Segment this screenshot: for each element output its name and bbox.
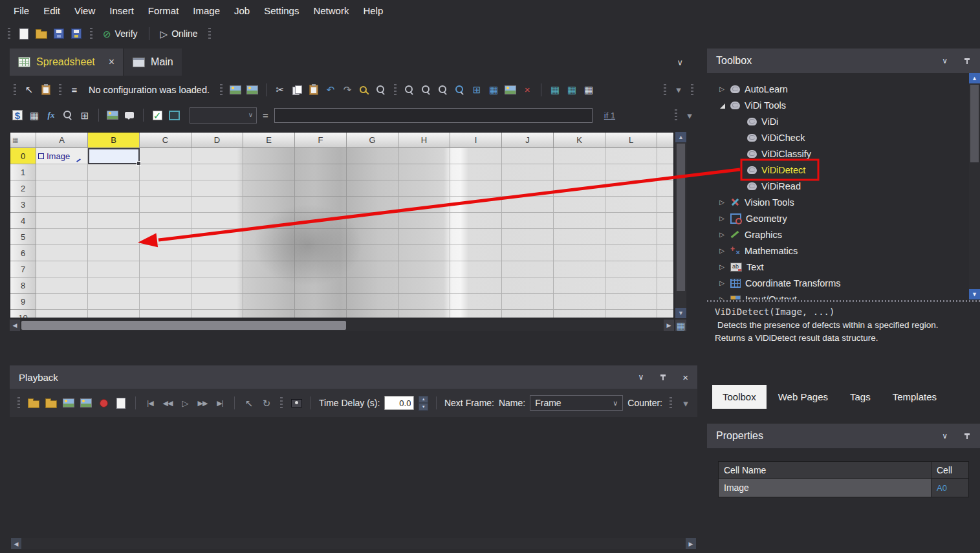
cell-k9[interactable]	[554, 294, 605, 310]
cell-k10[interactable]	[554, 310, 605, 318]
toolbox-item-mathematics[interactable]: ▷Mathematics	[707, 243, 980, 259]
image-cell-icon[interactable]	[107, 111, 118, 120]
panel-tab-web-pages[interactable]: Web Pages	[768, 385, 838, 409]
cell-f1[interactable]	[295, 164, 347, 180]
cell-h2[interactable]	[398, 180, 450, 197]
find-icon[interactable]	[376, 85, 386, 95]
toolbar-grip[interactable]	[394, 84, 397, 96]
menu-item-view[interactable]: View	[67, 0, 102, 21]
column-header-d[interactable]: D	[191, 133, 243, 148]
cell-g10[interactable]	[347, 310, 398, 318]
copy-icon[interactable]	[292, 85, 302, 94]
row-header-6[interactable]: 6	[10, 245, 36, 261]
toolbar-grip[interactable]	[691, 84, 693, 96]
verify-button[interactable]: ⊘ Verify	[100, 27, 141, 40]
toolbar-grip[interactable]	[670, 397, 672, 409]
scroll-down-icon[interactable]: ▼	[969, 289, 980, 299]
cell-b1[interactable]	[88, 164, 140, 180]
toolbar-overflow-icon[interactable]: ▾	[679, 396, 692, 409]
cascade-windows-icon[interactable]: ▦	[487, 83, 500, 96]
cell-l5[interactable]	[605, 229, 657, 245]
cell-k3[interactable]	[554, 197, 605, 213]
skip-first-icon[interactable]: |◀	[144, 396, 157, 409]
pin-icon[interactable]	[963, 56, 971, 65]
cell-l8[interactable]	[605, 277, 657, 294]
row-header-9[interactable]: 9	[10, 294, 36, 310]
cell-f8[interactable]	[295, 277, 347, 294]
scrollbar-thumb[interactable]	[677, 144, 685, 291]
cell-d7[interactable]	[191, 261, 243, 277]
cell-k7[interactable]	[554, 261, 605, 277]
panel-menu-chevron-icon[interactable]: ∨	[942, 57, 948, 65]
undo-icon[interactable]: ↶	[324, 83, 337, 96]
zoom-in-icon[interactable]	[404, 85, 415, 95]
menu-item-job[interactable]: Job	[227, 0, 257, 21]
cell-a3[interactable]	[36, 197, 88, 213]
cell-c7[interactable]	[140, 261, 191, 277]
column-header-partial[interactable]	[657, 133, 674, 148]
toolbox-item-text[interactable]: ▷Text	[707, 259, 980, 275]
insert-column-icon[interactable]: ▦	[549, 83, 561, 96]
cell-h10[interactable]	[398, 310, 450, 318]
expander-icon[interactable]: ▷	[718, 279, 726, 287]
zoom-actual-icon[interactable]	[438, 85, 448, 95]
toolbox-item-vididetect[interactable]: ViDiDetect	[707, 162, 980, 178]
scroll-up-icon[interactable]: ▲	[675, 132, 686, 142]
menu-item-help[interactable]: Help	[356, 0, 390, 21]
cell-d10[interactable]	[191, 310, 243, 318]
cell-h3[interactable]	[398, 197, 450, 213]
cell-i7[interactable]	[450, 261, 502, 277]
cell-i9[interactable]	[450, 294, 502, 310]
time-delay-input[interactable]	[384, 396, 414, 410]
cell-b2[interactable]	[88, 180, 140, 197]
toolbar-grip[interactable]	[664, 84, 666, 96]
scroll-right-icon[interactable]: ▶	[686, 538, 696, 549]
column-header-h[interactable]: H	[398, 133, 450, 148]
cell-b9[interactable]	[88, 294, 140, 310]
expander-icon[interactable]: ▷	[718, 263, 726, 271]
cell-e0[interactable]	[243, 148, 295, 164]
toolbox-item-vidiclassify[interactable]: ViDiClassify	[707, 146, 980, 162]
expander-icon[interactable]: ▷	[718, 247, 726, 255]
cell-i4[interactable]	[450, 213, 502, 229]
row-header-0[interactable]: 0	[10, 148, 36, 164]
playback-scrollbar[interactable]: ◀ ▶	[11, 538, 696, 549]
scroll-left-icon[interactable]: ◀	[11, 538, 21, 549]
cell-e7[interactable]	[243, 261, 295, 277]
formula-bar-input[interactable]	[274, 108, 593, 123]
cell-f4[interactable]	[295, 213, 347, 229]
zoom-region-icon[interactable]	[455, 85, 465, 95]
cell-b7[interactable]	[88, 261, 140, 277]
cell-l9[interactable]	[605, 294, 657, 310]
cell-e5[interactable]	[243, 229, 295, 245]
cell-l7[interactable]	[605, 261, 657, 277]
toolbar-overflow-icon[interactable]: ▾	[683, 109, 696, 122]
online-button[interactable]: ▷ Online	[157, 27, 201, 40]
scroll-left-icon[interactable]: ◀	[10, 320, 20, 331]
cell-j9[interactable]	[502, 294, 554, 310]
cell-h4[interactable]	[398, 213, 450, 229]
image-import-icon[interactable]	[230, 85, 241, 94]
cell-f2[interactable]	[295, 180, 347, 197]
cell-l10[interactable]	[605, 310, 657, 318]
cell-f9[interactable]	[295, 294, 347, 310]
cell-i0[interactable]	[450, 148, 502, 164]
row-header-10[interactable]: 10	[10, 310, 36, 318]
row-header-1[interactable]: 1	[10, 164, 36, 180]
cell-l0[interactable]	[605, 148, 657, 164]
cell-l3[interactable]	[605, 197, 657, 213]
toolbox-item-vision-tools[interactable]: ▷Vision Tools	[707, 194, 980, 210]
record-images-icon[interactable]	[63, 398, 74, 407]
cell-a2[interactable]	[36, 180, 88, 197]
edit-record-folder-icon[interactable]	[45, 400, 57, 408]
cell-g4[interactable]	[347, 213, 398, 229]
cell-g2[interactable]	[347, 180, 398, 197]
pin-icon[interactable]	[963, 431, 971, 440]
cell-c1[interactable]	[140, 164, 191, 180]
cell-g5[interactable]	[347, 229, 398, 245]
cell-d8[interactable]	[191, 277, 243, 294]
select-all-corner[interactable]: ▦	[10, 133, 36, 148]
cell-j6[interactable]	[502, 245, 554, 261]
save-job-icon[interactable]	[54, 28, 64, 39]
cell-c9[interactable]	[140, 294, 191, 310]
